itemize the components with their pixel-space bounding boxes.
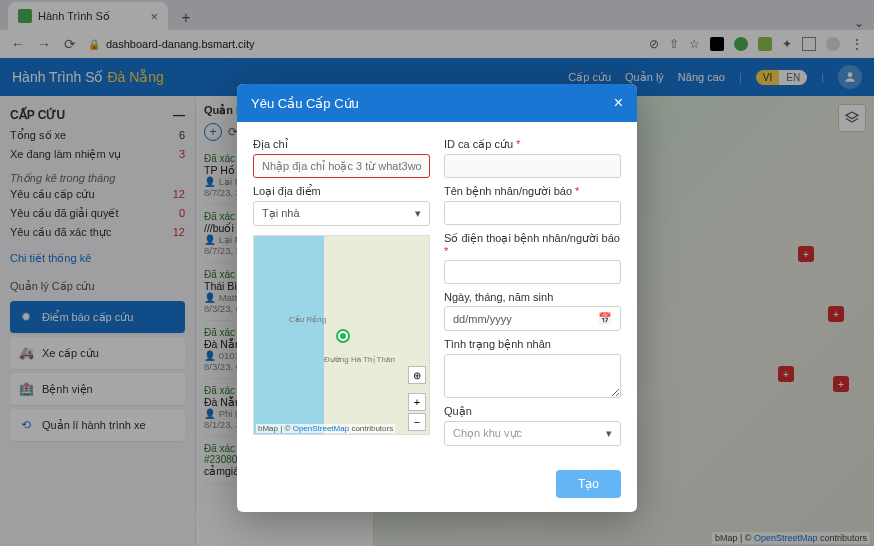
address-input[interactable] — [253, 154, 430, 178]
location-type-label: Loại địa điểm — [253, 185, 430, 198]
modal-left-column: Địa chỉ Loại địa điểm Tại nhà ▾ Đường Hà… — [253, 134, 430, 446]
district-label: Quận — [444, 405, 621, 418]
mini-map[interactable]: Đường Hà Thị Thân Cầu Rồng ⊕ + − bMap | … — [253, 235, 430, 435]
patient-label: Tên bệnh nhân/người báo — [444, 185, 621, 198]
condition-label: Tình trạng bệnh nhân — [444, 338, 621, 351]
chevron-down-icon: ▾ — [415, 207, 421, 220]
locate-button[interactable]: ⊕ — [408, 366, 426, 384]
location-type-select[interactable]: Tại nhà ▾ — [253, 201, 430, 226]
calendar-icon[interactable]: 📅 — [598, 312, 612, 325]
dob-label: Ngày, tháng, năm sinh — [444, 291, 621, 303]
emergency-request-modal: Yêu Cầu Cấp Cứu × Địa chỉ Loại địa điểm … — [237, 84, 637, 512]
condition-input[interactable] — [444, 354, 621, 398]
mini-map-pin-icon — [338, 331, 348, 341]
phone-label: Số điện thoại bệnh nhân/người báo — [444, 232, 621, 257]
mini-map-attribution: bMap | © OpenStreetMap contributors — [256, 424, 395, 433]
district-select[interactable]: Chọn khu vực ▾ — [444, 421, 621, 446]
caseid-input[interactable] — [444, 154, 621, 178]
dob-input[interactable]: dd/mm/yyyy 📅 — [444, 306, 621, 331]
chevron-down-icon: ▾ — [606, 427, 612, 440]
select-value: Tại nhà — [262, 207, 300, 220]
phone-input[interactable] — [444, 260, 621, 284]
mini-map-street: Đường Hà Thị Thân — [324, 355, 395, 364]
modal-overlay: Yêu Cầu Cấp Cứu × Địa chỉ Loại địa điểm … — [0, 0, 874, 546]
modal-header: Yêu Cầu Cấp Cứu × — [237, 84, 637, 122]
zoom-in-button[interactable]: + — [408, 393, 426, 411]
patient-input[interactable] — [444, 201, 621, 225]
caseid-label: ID ca cấp cứu — [444, 138, 621, 151]
modal-right-column: ID ca cấp cứu Tên bệnh nhân/người báo Số… — [444, 134, 621, 446]
select-placeholder: Chọn khu vực — [453, 427, 522, 440]
zoom-out-button[interactable]: − — [408, 413, 426, 431]
modal-close-button[interactable]: × — [614, 94, 623, 112]
dob-placeholder: dd/mm/yyyy — [453, 313, 512, 325]
address-label: Địa chỉ — [253, 138, 430, 151]
create-button[interactable]: Tạo — [556, 470, 621, 498]
modal-title: Yêu Cầu Cấp Cứu — [251, 96, 359, 111]
mini-map-bridge: Cầu Rồng — [289, 315, 326, 324]
osm-link[interactable]: OpenStreetMap — [293, 424, 349, 433]
modal-footer: Tạo — [237, 460, 637, 512]
